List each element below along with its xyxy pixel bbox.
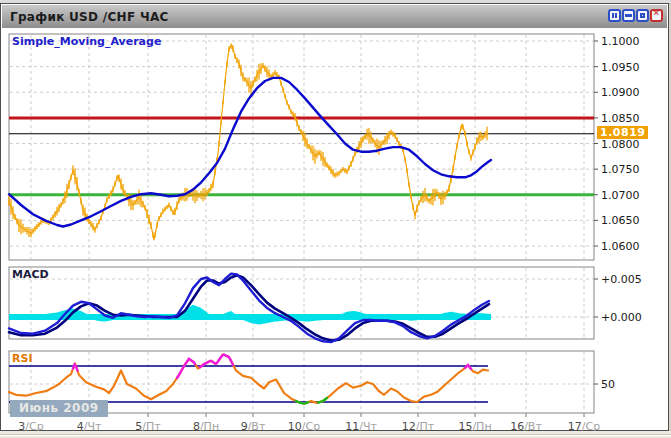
rsi-axis-label: 50 [601,378,615,391]
price-axis-label: 1.0950 [601,61,640,74]
price-axis-label: 1.0650 [601,214,640,227]
month-label: Июнь 2009 [10,400,108,417]
chart-canvas[interactable]: Simple_Moving_Average MACD RSI 1.0819 Ию… [1,28,668,430]
price-axis-label: 1.0900 [601,86,640,99]
price-axis-label: 1.0800 [601,138,640,151]
chart-window-screenshot: График USD /CHF ЧАС Simple_Moving_Averag… [0,0,671,438]
maximize-icon[interactable] [636,9,649,22]
title-bar: График USD /CHF ЧАС [2,5,667,28]
chart-window: График USD /CHF ЧАС Simple_Moving_Averag… [0,3,669,431]
close-icon[interactable] [650,9,663,22]
parent-window-bottom [0,431,671,438]
price-axis-label: 1.1000 [601,35,640,48]
price-axis-label: 1.0750 [601,163,640,176]
price-axis-label: 1.0700 [601,189,640,202]
minimize-icon[interactable] [622,9,635,22]
chart-graphics [1,28,670,432]
macd-axis-label: +0.000 [601,311,642,324]
macd-panel-label: MACD [12,268,49,281]
rsi-panel-label: RSI [12,352,33,365]
main-indicator-label: Simple_Moving_Average [12,35,161,48]
macd-axis-label: +0.005 [601,273,642,286]
price-axis-label: 1.0600 [601,240,640,253]
price-axis-label: 1.0850 [601,112,640,125]
window-controls [608,9,663,22]
pause-icon[interactable] [608,9,621,22]
window-title: График USD /CHF ЧАС [10,10,169,24]
